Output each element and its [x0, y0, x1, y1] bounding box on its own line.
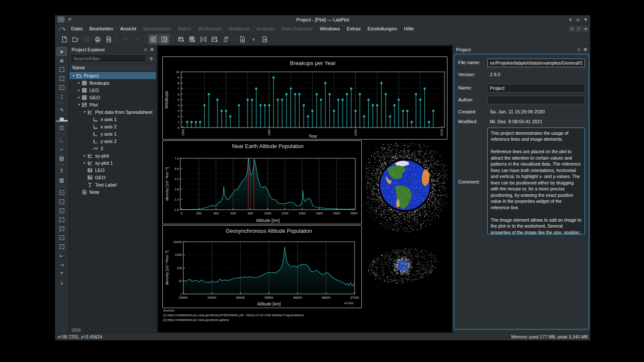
select-cursor-tool[interactable]: ➤ — [57, 47, 67, 56]
add-boxplot-tool[interactable]: ◫ — [57, 123, 67, 132]
tree-item-xy-plot[interactable]: ▸ xy-plot — [69, 152, 156, 159]
explorer-float-icon[interactable]: ◇ — [144, 47, 147, 52]
tree-item-plot[interactable]: ▾ Plot — [69, 101, 156, 108]
menu-ansicht[interactable]: Ansicht — [116, 25, 140, 32]
tree-item-2[interactable]: 2 — [69, 145, 156, 152]
menu-bearbeiten[interactable]: Bearbeiten — [86, 25, 117, 32]
add-histogram-tool[interactable]: ▁▅▂ — [57, 114, 67, 123]
zoom-y-select-tool[interactable]: ↕ — [57, 83, 67, 92]
menu-hilfe[interactable]: Hilfe — [400, 25, 417, 32]
explorer-close-icon[interactable]: ⊗ — [150, 47, 154, 52]
filter-options-icon[interactable]: ≡ — [148, 56, 155, 62]
shift-down-y-tool[interactable]: ⇣ — [57, 278, 67, 287]
new-spreadsheet-button[interactable] — [187, 34, 197, 45]
shift-up-y-tool[interactable]: ⇡ — [57, 269, 67, 278]
zoom-select-tool[interactable]: · — [57, 65, 67, 74]
properties-close-icon[interactable]: ⊗ — [584, 47, 587, 52]
properties-float-icon[interactable]: ◇ — [577, 47, 581, 52]
author-field[interactable] — [487, 96, 585, 104]
tree-item-xy-plot-1[interactable]: ▸ xy-plot 1 — [69, 159, 156, 166]
geo-debris-image[interactable] — [367, 235, 446, 300]
crosshair-navigate-tool[interactable]: ⊕ — [57, 56, 67, 65]
menu-extras[interactable]: Extras — [343, 25, 364, 32]
tree-column-header[interactable]: Name — [69, 64, 156, 71]
new-worksheet-button[interactable] — [209, 34, 220, 45]
undo-button[interactable]: ↶ — [120, 34, 131, 45]
add-image-tool[interactable]: ▨ — [57, 175, 67, 184]
tree-item-y-axis-1[interactable]: y axis 1 — [69, 130, 156, 137]
add-text-label-tool[interactable]: T — [57, 166, 67, 175]
new-project-button[interactable] — [59, 34, 69, 45]
mdi-close-button[interactable]: ⊗ — [583, 26, 588, 32]
expander-icon[interactable]: ▸ — [77, 81, 81, 85]
add-axis-horizontal-tool[interactable]: ⌐ — [57, 145, 67, 154]
file-name-field[interactable] — [487, 59, 585, 67]
expander-icon[interactable]: ▸ — [82, 161, 87, 165]
zoom-x-select-tool[interactable]: ↔ — [57, 74, 67, 83]
menu-windows[interactable]: Windows — [316, 25, 343, 32]
tree-item-breakups[interactable]: ▸ Breakups — [69, 79, 156, 86]
tree-item-text-label[interactable]: Text Label — [69, 181, 156, 188]
import-options-chevron[interactable]: ∨ — [248, 34, 259, 45]
window-maximize-button[interactable]: ◇ — [576, 17, 580, 22]
toggle-properties-button[interactable] — [159, 34, 170, 45]
sources-text-label[interactable]: Sources: [1] https://orbitaldebris.jsc.n… — [163, 309, 304, 323]
tree-item-leo[interactable]: LEO — [69, 166, 156, 174]
tree-item-plot-data-from-spreadsheet[interactable]: ▾ Plot data from Spreadsheet — [69, 108, 156, 116]
tree-item-y-axis-2[interactable]: y axis 2 — [69, 137, 156, 145]
toggle-project-explorer-button[interactable] — [148, 34, 158, 45]
title-bar[interactable]: ∿ ✎ Project - [Plot] — LabPlot ∨ ◇ ✕ — [55, 15, 590, 24]
expander-icon[interactable]: ▾ — [82, 110, 87, 114]
new-workbook-button[interactable] — [176, 34, 186, 45]
zoom-in-tool[interactable]: + — [57, 188, 67, 197]
tree-item-geo[interactable]: ▸ GEO — [69, 94, 156, 101]
expander-icon[interactable]: ▾ — [71, 74, 76, 77]
plot-breakups-per-year[interactable]: 0123456789101960198020002020Breakups per… — [162, 56, 447, 139]
pin-icon[interactable]: ✎ — [67, 18, 72, 21]
print-button[interactable] — [92, 34, 103, 45]
explorer-hscrollbar[interactable] — [69, 327, 156, 332]
tree-item-geo[interactable]: GEO — [69, 174, 156, 181]
zoom-fit-y-tool[interactable]: ↕ — [57, 242, 67, 251]
mdi-shade-button[interactable]: ∨ — [569, 26, 575, 32]
shift-right-x-tool[interactable]: ⇢ — [57, 260, 67, 269]
scrollbar-handle[interactable] — [72, 328, 81, 332]
zoom-fit-selection-tool[interactable]: ▫ — [57, 215, 67, 224]
plot-geosynchronous-altitude[interactable]: 1101001000100003400034500350003550036000… — [162, 225, 362, 308]
comment-field[interactable]: This project demonstrates the usage of r… — [487, 128, 585, 234]
add-legend-tool[interactable]: ▤ — [57, 154, 67, 163]
expander-icon[interactable]: ▸ — [77, 95, 81, 99]
menu-datei[interactable]: Datei — [68, 25, 86, 32]
print-preview-button[interactable] — [104, 34, 114, 45]
expander-icon[interactable]: ▾ — [77, 103, 81, 107]
add-axis-tool[interactable]: ∟ — [57, 136, 67, 145]
add-xy-curve-tool[interactable]: ∿ — [57, 105, 67, 114]
save-project-button[interactable] — [81, 34, 92, 45]
redo-button[interactable]: ↷ — [131, 34, 142, 45]
zoom-origin-tool[interactable]: ○ — [57, 206, 67, 215]
import-button[interactable] — [237, 34, 247, 45]
leo-debris-image[interactable] — [365, 142, 448, 237]
zoom-out-tool[interactable]: − — [57, 197, 67, 206]
zoom-fit-x-tool[interactable]: ↔ — [57, 233, 67, 242]
new-matrix-button[interactable] — [198, 34, 209, 45]
export-button[interactable] — [259, 34, 270, 45]
plot-near-earth-altitude[interactable]: 0.01.42.84.25.67.00200400600800100012001… — [162, 140, 362, 224]
tree-item-note[interactable]: Note — [69, 188, 156, 196]
zoom-fit-tool[interactable]: ⤢ — [57, 224, 67, 233]
mdi-maximize-button[interactable]: ◇ — [576, 26, 581, 32]
open-project-button[interactable] — [70, 34, 80, 45]
expander-icon[interactable]: ▸ — [77, 88, 81, 92]
tree-item-project[interactable]: ▾ Project — [69, 72, 156, 79]
menu-einstellungen[interactable]: Einstellungen — [364, 25, 400, 32]
color-theme-button[interactable] — [221, 34, 231, 45]
window-close-button[interactable]: ✕ — [584, 17, 587, 22]
tree-item-leo[interactable]: ▸ LEO — [69, 86, 156, 94]
tree-item-x-axis-2[interactable]: x axis 2 — [69, 123, 156, 130]
tree-item-x-axis-1[interactable]: x axis 1 — [69, 116, 156, 123]
shift-left-x-tool[interactable]: ⇠ — [57, 251, 67, 260]
search-input[interactable] — [71, 54, 146, 62]
window-shade-button[interactable]: ∨ — [569, 17, 572, 22]
expander-icon[interactable]: ▸ — [82, 154, 87, 157]
name-field[interactable] — [487, 84, 585, 92]
